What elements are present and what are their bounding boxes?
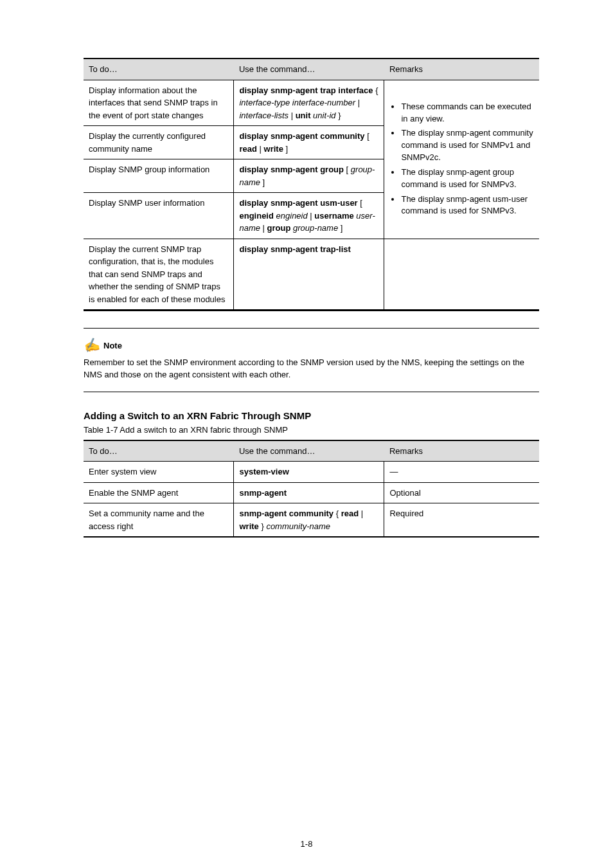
- table-row: Enter system viewsystem-view—: [84, 462, 539, 483]
- page-number: 1-8: [0, 839, 613, 849]
- remarks-bullet: The display snmp-agent community command…: [401, 127, 534, 164]
- cell-todo: Enable the SNMP agent: [84, 482, 234, 503]
- cell-cmd: display snmp-agent usm-user [ engineid e…: [234, 193, 384, 239]
- col-header-cmd: Use the command…: [234, 440, 384, 462]
- table-row: Enable the SNMP agentsnmp-agentOptional: [84, 482, 539, 503]
- col-header-todo: To do…: [84, 59, 234, 80]
- cell-todo: Set a community name and the access righ…: [84, 503, 234, 538]
- divider: [84, 392, 539, 392]
- cell-todo: Display the current SNMP trap configurat…: [84, 239, 234, 310]
- cell-remarks: Optional: [384, 482, 539, 503]
- note-label: Note: [103, 341, 122, 350]
- table-caption: Table 1-7 Add a switch to an XRN fabric …: [84, 425, 539, 435]
- section-title: Adding a Switch to an XRN Fabric Through…: [84, 410, 539, 421]
- cell-remarks-merged: These commands can be executed in any vi…: [384, 80, 539, 239]
- cell-cmd: display snmp-agent community [ read | wr…: [234, 126, 384, 159]
- table-header-row: To do… Use the command… Remarks: [84, 59, 539, 80]
- remarks-bullet: These commands can be executed in any vi…: [401, 101, 534, 125]
- cell-remarks-empty: [384, 239, 539, 310]
- table-header-row: To do… Use the command… Remarks: [84, 440, 539, 462]
- cell-remarks: Required: [384, 503, 539, 538]
- section-divider: [84, 311, 539, 329]
- cell-remarks: —: [384, 462, 539, 483]
- note-icon: ✍: [82, 336, 101, 355]
- cell-cmd: display snmp-agent group [ group-name ]: [234, 159, 384, 193]
- cell-todo: Display information about the interfaces…: [84, 80, 234, 126]
- cell-todo: Display SNMP user information: [84, 193, 234, 239]
- cell-todo: Display the currently configured communi…: [84, 126, 234, 159]
- cell-todo: Enter system view: [84, 462, 234, 483]
- table-row: Set a community name and the access righ…: [84, 503, 539, 538]
- table-row: Display the current SNMP trap configurat…: [84, 239, 539, 310]
- command-table-2: To do… Use the command… Remarks Enter sy…: [84, 440, 539, 538]
- col-header-cmd: Use the command…: [234, 59, 384, 80]
- table-row: Display information about the interfaces…: [84, 80, 539, 126]
- note-text: Remember to set the SNMP environment acc…: [84, 357, 539, 381]
- command-table-1: To do… Use the command… Remarks Display …: [84, 58, 539, 311]
- remarks-bullet: The display snmp-agent group command is …: [401, 167, 534, 191]
- col-header-rem: Remarks: [384, 440, 539, 462]
- cell-cmd: system-view: [234, 462, 384, 483]
- cell-cmd: snmp-agent: [234, 482, 384, 503]
- col-header-todo: To do…: [84, 440, 234, 462]
- cell-cmd: display snmp-agent trap-list: [234, 239, 384, 310]
- cell-todo: Display SNMP group information: [84, 159, 234, 193]
- note-block: ✍ Note Remember to set the SNMP environm…: [84, 338, 539, 381]
- col-header-rem: Remarks: [384, 59, 539, 80]
- cell-cmd: display snmp-agent trap interface { inte…: [234, 80, 384, 126]
- remarks-bullet: The display snmp-agent usm-user command …: [401, 194, 534, 218]
- cell-cmd: snmp-agent community { read | write } co…: [234, 503, 384, 538]
